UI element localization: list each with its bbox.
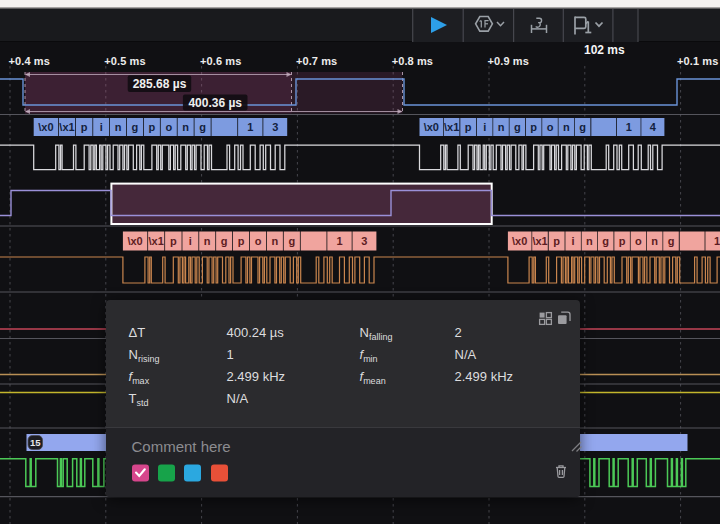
svg-text:i: i — [483, 121, 486, 133]
svg-text:o: o — [547, 121, 554, 133]
svg-text:g: g — [579, 121, 586, 133]
svg-text:n: n — [272, 235, 279, 247]
svg-text:p: p — [170, 235, 177, 247]
svg-text:o: o — [255, 235, 262, 247]
svg-text:o: o — [165, 121, 172, 133]
svg-text:n: n — [115, 121, 122, 133]
svg-text:3: 3 — [361, 235, 367, 247]
svg-text:g: g — [602, 235, 609, 247]
svg-text:\x0: \x0 — [38, 121, 53, 133]
svg-text:i: i — [100, 121, 103, 133]
svg-text:p: p — [619, 235, 626, 247]
svg-text:1: 1 — [336, 235, 342, 247]
svg-text:4: 4 — [650, 121, 657, 133]
svg-text:p: p — [149, 121, 156, 133]
svg-text:15: 15 — [30, 437, 41, 448]
svg-text:g: g — [514, 121, 521, 133]
svg-text:p: p — [238, 235, 245, 247]
svg-text:1: 1 — [247, 121, 253, 133]
svg-text:g: g — [668, 235, 675, 247]
svg-text:\x1: \x1 — [149, 235, 164, 247]
svg-text:g: g — [288, 235, 295, 247]
svg-text:n: n — [563, 121, 570, 133]
svg-text:\x1: \x1 — [532, 235, 547, 247]
svg-text:g: g — [132, 121, 139, 133]
svg-text:n: n — [586, 235, 593, 247]
svg-text:o: o — [635, 235, 642, 247]
svg-text:3: 3 — [272, 121, 278, 133]
svg-text:\x0: \x0 — [127, 235, 142, 247]
svg-text:i: i — [189, 235, 192, 247]
svg-text:n: n — [204, 235, 211, 247]
svg-text:285.68 µs: 285.68 µs — [133, 77, 187, 91]
svg-text:\x0: \x0 — [512, 235, 527, 247]
svg-text:p: p — [530, 121, 537, 133]
svg-text:p: p — [465, 121, 472, 133]
svg-text:\x0: \x0 — [424, 121, 439, 133]
svg-text:p: p — [553, 235, 560, 247]
svg-text:\x1: \x1 — [59, 121, 74, 133]
svg-text:400.36 µs: 400.36 µs — [188, 96, 242, 110]
svg-text:n: n — [182, 121, 189, 133]
svg-text:g: g — [199, 121, 206, 133]
svg-text:\x1: \x1 — [444, 121, 459, 133]
svg-text:1: 1 — [714, 235, 720, 247]
svg-text:n: n — [651, 235, 658, 247]
svg-text:1: 1 — [626, 121, 632, 133]
svg-text:n: n — [498, 121, 505, 133]
svg-text:i: i — [572, 235, 575, 247]
svg-text:p: p — [81, 121, 88, 133]
svg-text:g: g — [221, 235, 228, 247]
